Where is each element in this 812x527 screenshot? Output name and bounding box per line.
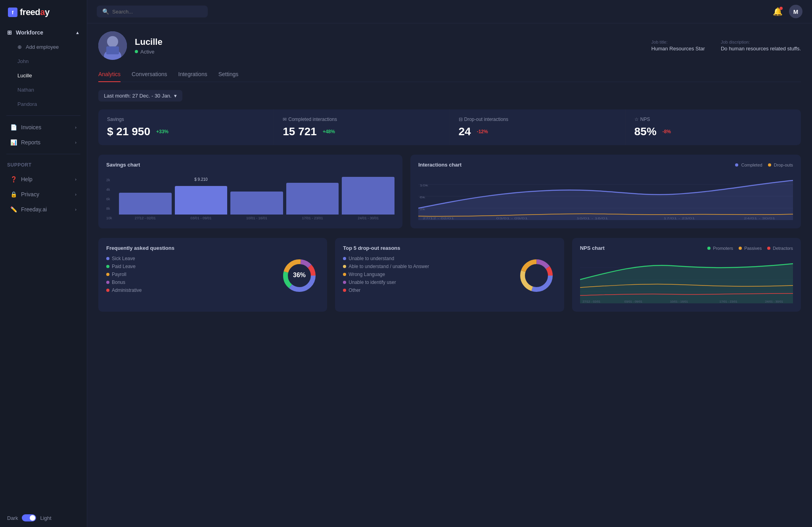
main-content: 🔍 🔔 M Lucille	[87, 0, 812, 527]
search-input[interactable]	[112, 9, 202, 15]
nps-badge: -8%	[660, 128, 674, 135]
legend-color-paid	[106, 265, 109, 268]
bar-group: 10/01 - 16/01	[230, 192, 283, 220]
logo[interactable]: f freeday	[0, 0, 87, 21]
legend-dot-promoters	[707, 247, 710, 250]
nps-amount: 85%	[634, 125, 657, 138]
notification-dot	[779, 7, 783, 10]
faq-legend-bonus: Bonus	[106, 280, 272, 285]
bar-item[interactable]	[119, 193, 172, 215]
sidebar-item-nathan[interactable]: Nathan	[3, 83, 84, 97]
sidebar-divider-2	[6, 154, 80, 154]
sidebar-item-john[interactable]: John	[3, 54, 84, 68]
nps-legend-promoters: Promoters	[707, 246, 733, 251]
stat-dropout-value: 24 -12%	[459, 125, 617, 138]
employee-john-label: John	[17, 58, 29, 64]
dropout-legend-5: Other	[343, 287, 509, 293]
user-avatar[interactable]: M	[789, 5, 802, 18]
bar-item[interactable]	[286, 183, 339, 215]
stat-nps-title: ☆ NPS	[634, 117, 792, 122]
privacy-item[interactable]: 🔒 Privacy ›	[3, 187, 84, 201]
svg-text:03/01 - 09/01: 03/01 - 09/01	[496, 217, 527, 220]
stat-savings-value: $ 21 950 +33%	[107, 125, 265, 138]
employee-info: Lucille Active	[135, 37, 636, 55]
tab-integrations[interactable]: Integrations	[178, 68, 207, 82]
search-bar[interactable]: 🔍	[97, 6, 208, 17]
toggle-track[interactable]	[22, 514, 36, 521]
svg-text:27/12 - 02/01: 27/12 - 02/01	[582, 300, 600, 303]
savings-amount: $ 21 950	[107, 125, 150, 138]
employee-avatar-image	[98, 31, 127, 60]
date-filter-button[interactable]: Last month: 27 Dec. - 30 Jan. ▾	[98, 90, 182, 102]
faq-chart-header: Frequently asked questions	[106, 245, 319, 251]
dropout-donut-svg	[517, 256, 556, 295]
freedayai-label: Freeday.ai	[21, 206, 71, 213]
bar-chart: 27/12 - 02/01$ 9.21003/01 - 09/0110/01 -…	[119, 172, 395, 220]
svg-text:10/01 - 16/01: 10/01 - 16/01	[576, 217, 608, 220]
invoices-icon: 📄	[10, 124, 17, 130]
svg-point-28	[526, 265, 547, 286]
privacy-label: Privacy	[21, 191, 71, 197]
bar-label: 10/01 - 16/01	[246, 216, 267, 220]
dark-label: Dark	[7, 515, 18, 521]
dropout-legend-1: Unable to understand	[343, 256, 509, 261]
add-employee-button[interactable]: ⊕ Add employee	[3, 40, 84, 54]
interactions-line-chart: 27/12 - 02/01 03/01 - 09/01 10/01 - 16/0…	[418, 172, 793, 220]
workforce-icon: ⊞	[7, 29, 12, 36]
nps-legend-passives: Passives	[739, 246, 762, 251]
svg-text:24/01 - 30/01: 24/01 - 30/01	[765, 300, 783, 303]
employee-meta: Job title: Human Resources Star Job disc…	[651, 40, 801, 52]
employee-header: Lucille Active Job title: Human Resource…	[98, 31, 801, 60]
employee-lucille-label: Lucille	[17, 73, 32, 79]
tab-settings[interactable]: Settings	[218, 68, 239, 82]
tab-conversations[interactable]: Conversations	[132, 68, 167, 82]
avatar-svg	[98, 31, 127, 60]
sidebar-item-pandora[interactable]: Pandora	[3, 97, 84, 111]
dropout-legend-3: Wrong Language	[343, 272, 509, 277]
bar-group: $ 9.21003/01 - 09/01	[175, 186, 228, 220]
stat-savings: Savings $ 21 950 +33%	[98, 109, 274, 145]
dropout-icon: ⊟	[459, 117, 463, 122]
topbar-right: 🔔 M	[773, 5, 802, 18]
interactions-chart-card: Interactions chart Completed Drop-outs	[410, 155, 801, 228]
date-filter-label: Last month: 27 Dec. - 30 Jan.	[104, 93, 172, 99]
legend-dropouts: Drop-outs	[768, 163, 793, 167]
dark-mode-toggle[interactable]: Dark Light	[0, 509, 87, 527]
reports-item[interactable]: 📊 Reports ›	[3, 135, 84, 149]
nps-icon: ☆	[634, 117, 639, 122]
sidebar-item-lucille[interactable]: Lucille	[3, 69, 84, 82]
workforce-header[interactable]: ⊞ Workforce ▲	[0, 25, 87, 40]
stat-completed-title: ✉ Completed interactions	[283, 117, 440, 122]
invoices-item[interactable]: 📄 Invoices ›	[3, 120, 84, 134]
employee-name: Lucille	[135, 37, 636, 47]
charts-row: Savings chart 10k 8k 6k 4k 2k 27/12 - 02…	[98, 155, 801, 228]
svg-text:03/01 - 09/01: 03/01 - 09/01	[624, 300, 642, 303]
dropout-legend-4: Unable to identify user	[343, 280, 509, 285]
legend-dot-dropouts	[768, 163, 771, 167]
stats-row: Savings $ 21 950 +33% Two way conversati…	[98, 109, 801, 145]
bar-item[interactable]	[342, 177, 395, 215]
logo-icon: f	[8, 8, 17, 17]
legend-dot-completed	[735, 163, 738, 167]
workforce-section: ⊞ Workforce ▲ ⊕ Add employee John Lucill…	[0, 25, 87, 111]
nps-label: NPS	[640, 117, 650, 122]
svg-text:17/01 - 23/01: 17/01 - 23/01	[663, 217, 695, 220]
reports-icon: 📊	[10, 139, 17, 146]
notification-button[interactable]: 🔔	[773, 7, 783, 16]
help-item[interactable]: ❓ Help ›	[3, 172, 84, 186]
savings-label: Savings	[107, 117, 124, 122]
faq-legend-payroll: Payroll	[106, 272, 272, 277]
status-indicator	[135, 50, 138, 53]
privacy-chevron: ›	[75, 192, 77, 197]
privacy-icon: 🔒	[10, 191, 17, 197]
tab-analytics[interactable]: Analytics	[98, 68, 121, 82]
svg-point-3	[107, 36, 118, 47]
svg-text:2k: 2k	[419, 207, 425, 211]
bar-item[interactable]	[230, 192, 283, 215]
svg-text:27/12 - 02/01: 27/12 - 02/01	[423, 217, 454, 220]
dropout-amount: 24	[459, 125, 471, 138]
bar-group: 17/01 - 23/01	[286, 183, 339, 220]
freedayai-item[interactable]: ✏️ Freeday.ai ›	[3, 202, 84, 217]
dropout-chart-card: Top 5 drop-out reasons Unable to underst…	[335, 238, 564, 312]
bar-item[interactable]: $ 9.210	[175, 186, 228, 215]
